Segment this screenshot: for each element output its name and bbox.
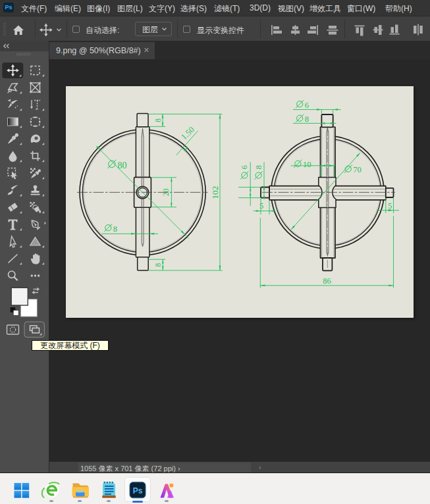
svg-text:10: 10 <box>303 160 311 169</box>
svg-text:6: 6 <box>240 165 249 169</box>
svg-text:70: 70 <box>353 165 362 174</box>
svg-text:8: 8 <box>154 118 162 122</box>
svg-text:5: 5 <box>259 201 263 211</box>
svg-text:1.50: 1.50 <box>179 125 196 141</box>
svg-text:6: 6 <box>305 101 309 110</box>
svg-text:Ps: Ps <box>133 486 143 495</box>
svg-text:80: 80 <box>118 161 127 170</box>
svg-text:86: 86 <box>323 276 331 286</box>
svg-text:102: 102 <box>210 186 220 199</box>
svg-text:5: 5 <box>388 201 392 211</box>
svg-text:8: 8 <box>113 224 117 234</box>
svg-text:8: 8 <box>305 114 309 124</box>
svg-text:8: 8 <box>154 263 162 266</box>
svg-text:20: 20 <box>162 188 170 196</box>
svg-text:8: 8 <box>254 165 263 169</box>
